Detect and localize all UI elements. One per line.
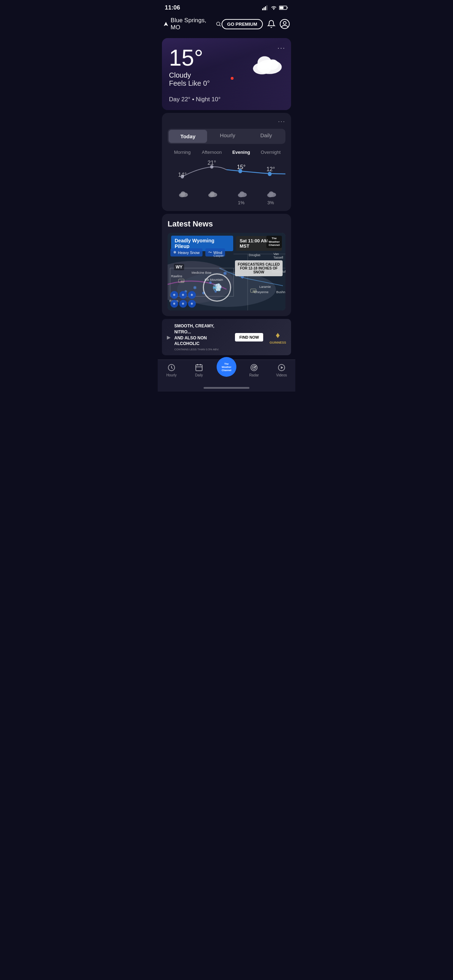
twc-label: TheWeatherChannel: [222, 362, 231, 372]
weather-condition: Cloudy: [169, 71, 284, 80]
overnight-temp: 12°: [256, 166, 286, 172]
news-card[interactable]: ❄ ❄ ❄ ❄ ❄ ❄ ❄ 80 80 Deadly Wyoming Pileu…: [168, 233, 285, 310]
feels-like: Feels Like 0°: [169, 80, 284, 88]
period-label-evening: Evening: [227, 150, 256, 156]
city-laramie: Laramie: [259, 285, 271, 289]
nav-label-hourly: Hourly: [167, 373, 177, 377]
news-forecast-box: FORECASTERS CALLED FOR 12-18 INCHES OF S…: [235, 260, 283, 276]
news-tag-snow: ❄ Heavy Snow: [170, 248, 202, 256]
period-label-afternoon: Afternoon: [197, 150, 227, 156]
forecast-card: ··· Today Hourly Daily Morning Afternoon…: [162, 113, 291, 211]
news-map-background: ❄ ❄ ❄ ❄ ❄ ❄ ❄ 80 80 Deadly Wyoming Pileu…: [168, 233, 285, 310]
current-temperature: 15°: [169, 46, 284, 69]
evening-precip: 1%: [227, 200, 256, 205]
bottom-nav: Hourly Daily TheWeatherChannel Radar Vid…: [158, 360, 295, 384]
guinness-label: GUINNESS: [270, 341, 286, 344]
ad-play-icon: ▶: [167, 334, 171, 340]
profile-icon[interactable]: [280, 19, 290, 29]
home-bar: [203, 387, 250, 389]
snowflake-cluster: ❄ ❄ ❄ ❄ ❄ ❄: [170, 291, 202, 308]
period-label-morning: Morning: [168, 150, 197, 156]
nav-item-twc[interactable]: TheWeatherChannel: [213, 363, 240, 377]
location-area[interactable]: Blue Springs, MO: [163, 17, 222, 31]
news-section-title: Latest News: [168, 220, 285, 229]
premium-button[interactable]: GO PREMIUM: [222, 19, 263, 29]
period-labels: Morning Afternoon Evening Overnight: [168, 150, 285, 156]
storm-circle: 💨: [203, 274, 231, 302]
location-text[interactable]: Blue Springs, MO: [171, 17, 214, 31]
nav-label-radar: Radar: [249, 373, 259, 377]
radar-icon: [250, 363, 258, 372]
day-night-temps: Day 22° • Night 10°: [169, 96, 284, 103]
afternoon-icon: [197, 187, 227, 200]
svg-point-25: [210, 191, 215, 196]
forecast-tabs: Today Hourly Daily: [168, 129, 285, 144]
svg-rect-1: [264, 7, 265, 10]
city-rawlins: Rawlins: [171, 274, 183, 278]
signal-icon: [262, 5, 269, 10]
svg-rect-50: [196, 365, 202, 371]
temperature-chart: 14° 21° 15° 12°: [168, 156, 285, 185]
search-icon[interactable]: [216, 21, 221, 27]
city-douglas: Douglas: [249, 253, 261, 257]
tab-hourly[interactable]: Hourly: [208, 129, 246, 144]
morning-icon: [168, 187, 197, 200]
nav-item-hourly[interactable]: Hourly: [158, 363, 185, 377]
svg-point-31: [269, 191, 273, 196]
status-time: 11:06: [165, 4, 180, 11]
nav-label-videos: Videos: [276, 373, 287, 377]
morning-precip: [168, 200, 197, 205]
app-header: Blue Springs, MO GO PREMIUM: [158, 14, 295, 35]
period-precip: 1% 3%: [168, 200, 285, 205]
svg-text:❄: ❄: [193, 285, 197, 290]
tab-daily[interactable]: Daily: [247, 129, 285, 144]
status-icons: [262, 5, 288, 10]
twc-logo-badge: TheWeatherChannel: [266, 235, 282, 248]
state-label-wy: WY: [174, 264, 184, 270]
weather-card: ··· 15° Cloudy Feels Like 0° Day 22° • N…: [162, 38, 291, 110]
forecast-more-button[interactable]: ···: [168, 118, 285, 125]
tab-today[interactable]: Today: [168, 130, 207, 143]
city-casper: Casper: [213, 254, 224, 258]
calendar-icon: [195, 363, 203, 372]
ad-banner[interactable]: ▶ SMOOTH, CREAMY, NITRO...AND ALSO NON A…: [162, 319, 291, 355]
city-cheyenne: Cheyenne: [254, 290, 269, 294]
period-icons: [168, 187, 285, 200]
svg-rect-7: [280, 7, 284, 9]
guinness-brand: ♦ GUINNESS: [270, 330, 286, 344]
twc-center-button[interactable]: TheWeatherChannel: [217, 357, 236, 377]
nav-item-daily[interactable]: Daily: [185, 363, 213, 377]
overnight-precip: 3%: [256, 200, 286, 205]
svg-rect-2: [265, 6, 266, 10]
ad-disclaimer: CONTAINS LESS THAN 0.5% ABV.: [174, 348, 231, 351]
svg-point-28: [240, 191, 244, 196]
morning-temp: 14°: [168, 172, 197, 178]
ad-main-text: SMOOTH, CREAMY, NITRO...AND ALSO NON ALC…: [174, 323, 231, 347]
city-van-tassell: Van Tassell: [273, 252, 285, 259]
overnight-icon: [256, 187, 286, 200]
ad-find-now-button[interactable]: FIND NOW: [235, 333, 263, 342]
status-bar: 11:06: [158, 0, 295, 14]
afternoon-temp: 21°: [197, 160, 227, 166]
city-bushnell: Bushnell: [276, 290, 285, 294]
period-label-overnight: Overnight: [256, 150, 286, 156]
battery-icon: [279, 5, 288, 10]
clock-icon: [167, 363, 176, 372]
svg-point-4: [273, 9, 275, 10]
red-dot-indicator: [231, 77, 234, 80]
guinness-harp-icon: ♦: [275, 330, 280, 340]
svg-rect-3: [266, 5, 267, 10]
city-medicine-bow: Medicine Bow: [192, 271, 211, 274]
nav-item-radar[interactable]: Radar: [240, 363, 268, 377]
svg-rect-0: [262, 8, 263, 10]
notifications-icon[interactable]: [267, 20, 275, 28]
evening-icon: [227, 187, 256, 200]
afternoon-precip: [197, 200, 227, 205]
nav-label-daily: Daily: [195, 373, 203, 377]
svg-marker-59: [281, 366, 283, 369]
ad-content: SMOOTH, CREAMY, NITRO...AND ALSO NON ALC…: [174, 323, 231, 351]
nav-item-videos[interactable]: Videos: [268, 363, 295, 377]
play-icon: [277, 363, 286, 372]
evening-temp: 15°: [227, 164, 256, 170]
svg-point-8: [217, 22, 220, 26]
